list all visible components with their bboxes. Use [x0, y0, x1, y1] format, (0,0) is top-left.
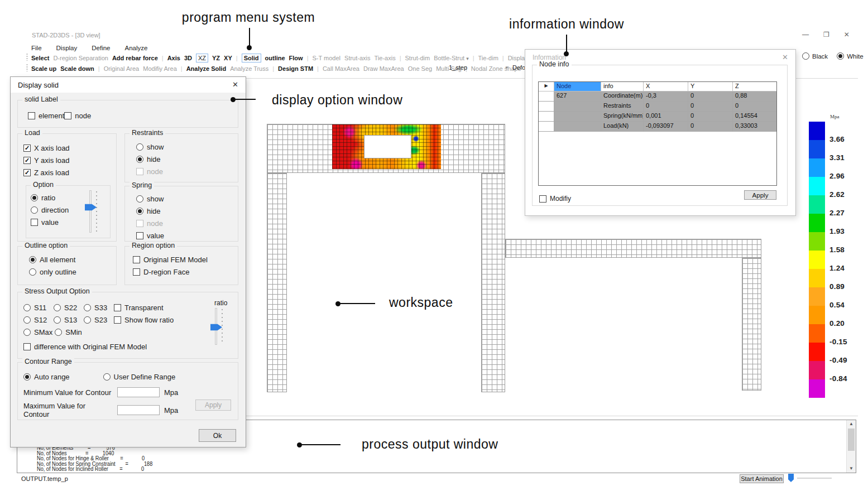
radio-all-element[interactable]: All element — [29, 253, 76, 266]
toolbar-button-bottle-strut[interactable]: Bottle-Strut▾ — [434, 55, 469, 61]
stress-contour-region[interactable] — [332, 124, 441, 169]
toolbar-button-flow[interactable]: Flow — [289, 55, 303, 61]
ok-button[interactable]: Ok — [199, 429, 236, 442]
checkbox-x-axis-load[interactable]: ✓X axis load — [23, 142, 70, 154]
checkbox-show-flow-ratio[interactable]: Show flow ratio — [114, 314, 174, 326]
animation-slider-track[interactable] — [797, 478, 832, 479]
table-row[interactable]: Spring(kN/mm)0,00100,14554 — [539, 112, 776, 122]
table-row[interactable]: 627Coordinate(m)-0,300,88 — [539, 92, 776, 102]
radio-user-define-range[interactable]: User Define Range — [103, 370, 176, 383]
radio-s23[interactable]: S23 — [84, 314, 112, 326]
toolbar-button-yz[interactable]: YZ — [212, 55, 220, 61]
black-mode-radio[interactable]: Black — [802, 52, 828, 60]
toolbar-button-axis[interactable]: Axis — [167, 55, 180, 61]
scroll-up-icon[interactable]: ▲ — [847, 420, 856, 428]
fem-mesh-left-column[interactable] — [267, 173, 287, 392]
slider-thumb[interactable] — [210, 324, 222, 331]
toolbar-button-xz[interactable]: XZ — [196, 54, 208, 62]
table-header-cell-node[interactable]: Node — [554, 82, 601, 92]
radio-auto-range[interactable]: Auto range — [23, 370, 70, 383]
toolbar-button-3d[interactable]: 3D — [184, 55, 192, 61]
animation-slider-thumb[interactable] — [788, 474, 794, 482]
toolbar-button-add-rebar-force[interactable]: Add rebar force — [112, 55, 158, 61]
toolbar-button-define[interactable]: Define — [92, 45, 110, 51]
close-icon[interactable]: ✕ — [232, 80, 238, 89]
radio-s33[interactable]: S33 — [84, 301, 112, 314]
close-icon[interactable]: ✕ — [782, 53, 788, 61]
radio-hide[interactable]: hide — [136, 153, 164, 165]
table-header-cell-info[interactable]: info — [601, 82, 644, 92]
minimize-icon[interactable]: — — [802, 31, 809, 38]
stress-ratio-slider[interactable] — [210, 308, 229, 345]
toolbar-button-draw-maxarea[interactable]: Draw MaxArea — [363, 65, 404, 72]
toolbar-button-analyze[interactable]: Analyze — [125, 45, 148, 51]
toolbar-button-outline[interactable]: outline — [265, 55, 285, 61]
step-dropdown[interactable]: 1_step ▾ — [447, 62, 510, 72]
start-animation-button[interactable]: Start Animation — [740, 474, 784, 483]
checkbox-node[interactable]: node — [64, 109, 92, 122]
close-icon[interactable]: ✕ — [844, 31, 850, 38]
table-header-cell-z[interactable]: Z — [733, 82, 776, 92]
fem-mesh-right-column[interactable] — [742, 258, 761, 391]
toolbar-button-tie-dim[interactable]: Tie-dim — [478, 55, 498, 61]
checkbox-original-fem-model[interactable]: Original FEM Model — [133, 253, 208, 266]
info-apply-button[interactable]: Apply — [744, 190, 776, 200]
checkbox-value[interactable]: value — [136, 229, 164, 242]
toolbar-button-solid[interactable]: Solid — [242, 54, 261, 62]
load-ratio-slider[interactable] — [84, 190, 103, 233]
node-info-table[interactable]: ▶NodeinfoXYZ627Coordinate(m)-0,300,88Res… — [538, 81, 777, 186]
checkbox-modifiy[interactable]: Modifiy — [539, 192, 571, 205]
max-contour-input[interactable] — [117, 405, 160, 415]
checkbox-y-axis-load[interactable]: ✓Y axis load — [23, 154, 70, 166]
checkbox-d-region-face[interactable]: D-region Face — [133, 266, 208, 278]
radio-direction[interactable]: direction — [31, 204, 69, 216]
checkbox-transparent[interactable]: Transparent — [114, 301, 174, 314]
toolbar-button-one-seg[interactable]: One Seg — [408, 65, 432, 72]
toolbar-button-file[interactable]: File — [31, 45, 42, 51]
toolbar-button-scale-down[interactable]: Scale down — [60, 65, 94, 72]
toolbar-button-select[interactable]: Select — [31, 55, 49, 61]
radio-only-outline[interactable]: only outline — [29, 266, 76, 278]
radio-s11[interactable]: S11 — [23, 301, 51, 314]
radio-s22[interactable]: S22 — [54, 301, 81, 314]
checkbox-element[interactable]: element — [28, 109, 64, 122]
checkbox-z-axis-load[interactable]: ✓Z axis load — [23, 166, 70, 179]
toolbar-button-scale-up[interactable]: Scale up — [31, 65, 56, 72]
toolbar-button-strut-axis[interactable]: Strut-axis — [344, 55, 370, 61]
scroll-down-icon[interactable]: ▼ — [847, 465, 856, 473]
table-row[interactable]: Load(kN)-0,09309700,33003 — [539, 122, 776, 132]
restore-icon[interactable]: ❐ — [823, 31, 829, 38]
dialog-titlebar[interactable]: Display solid ✕ — [11, 77, 246, 93]
toolbar-button-original-area[interactable]: Original Area — [104, 65, 140, 72]
toolbar-button-analyze-solid[interactable]: Analyze Solid — [186, 65, 227, 72]
toolbar-button-display[interactable]: Display — [56, 45, 78, 51]
checkbox-value[interactable]: value — [31, 216, 69, 228]
radio-show[interactable]: show — [136, 141, 164, 153]
radio-smax[interactable]: SMax — [23, 326, 52, 338]
table-header-cell-y[interactable]: Y — [688, 82, 733, 92]
radio-hide[interactable]: hide — [136, 205, 164, 217]
fem-mesh-right-beam[interactable] — [505, 239, 761, 258]
radio-s12[interactable]: S12 — [23, 314, 51, 326]
table-header-cell-x[interactable]: X — [644, 82, 688, 92]
toolbar-button-strut-dim[interactable]: Strut-dim — [405, 55, 430, 61]
toolbar-button-design-stm[interactable]: Design STM — [278, 65, 313, 72]
slider-thumb[interactable] — [85, 204, 97, 211]
radio-show[interactable]: show — [136, 192, 164, 205]
toolbar-button-xy[interactable]: XY — [224, 55, 232, 61]
toolbar-button-s-t-model[interactable]: S-T model — [313, 55, 341, 61]
table-row[interactable]: Restraints000 — [539, 102, 776, 112]
toolbar-button-tie-axis[interactable]: Tie-axis — [375, 55, 396, 61]
scrollbar-thumb[interactable] — [848, 429, 855, 451]
output-scrollbar[interactable]: ▲ ▼ — [846, 420, 856, 473]
white-mode-radio[interactable]: White — [837, 52, 863, 60]
radio-s13[interactable]: S13 — [54, 314, 81, 326]
checkbox-difference-with-original-fem-model[interactable]: difference with Original FEM Model — [23, 340, 147, 353]
min-contour-input[interactable] — [117, 387, 160, 397]
toolbar-button-analyze-truss[interactable]: Analyze Truss — [230, 65, 268, 72]
toolbar-button-call-maxarea[interactable]: Call MaxArea — [323, 65, 359, 72]
fem-mesh-middle-column[interactable] — [481, 173, 505, 392]
toolbar-button-modifiy-area[interactable]: Modifiy Area — [143, 65, 177, 72]
radio-smin[interactable]: SMin — [55, 326, 83, 338]
radio-ratio[interactable]: ratio — [31, 191, 69, 204]
